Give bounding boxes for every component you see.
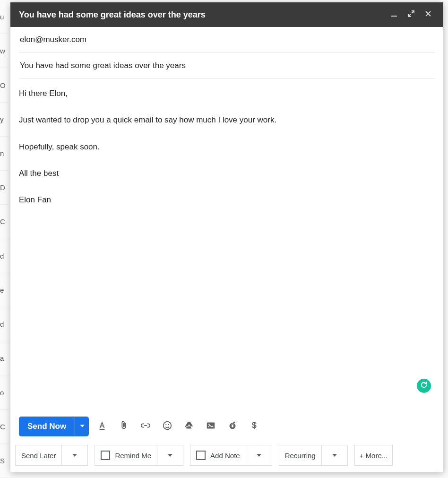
send-later-addon: Send Later [15, 445, 88, 466]
to-field-row [19, 27, 435, 53]
bg-row: u [0, 0, 9, 34]
add-note-button[interactable]: Add Note [190, 445, 246, 465]
checkbox-icon [196, 451, 206, 460]
svg-point-5 [165, 424, 166, 425]
svg-point-4 [164, 422, 172, 430]
send-dropdown-button[interactable] [75, 417, 89, 436]
svg-point-8 [208, 424, 209, 425]
body-line: Just wanted to drop you a quick email to… [19, 114, 435, 126]
checkbox-icon [101, 451, 110, 460]
close-button[interactable] [422, 8, 435, 21]
send-later-button[interactable]: Send Later [16, 445, 61, 465]
drive-button[interactable] [183, 421, 195, 432]
compose-titlebar: You have had some great ideas over the y… [10, 2, 443, 27]
text-format-icon [97, 420, 107, 433]
compose-toolbar: Send Now [10, 412, 443, 441]
recurring-addon: Recurring [279, 445, 348, 466]
bg-row: a [0, 341, 9, 375]
more-options-button[interactable] [401, 421, 411, 432]
remind-me-addon: Remind Me [95, 445, 183, 466]
add-note-addon: Add Note [190, 445, 272, 466]
emoji-button[interactable] [162, 421, 173, 432]
money-icon [249, 420, 259, 433]
bg-row: O [0, 68, 9, 102]
message-body[interactable]: Hi there Elon,Just wanted to drop you a … [10, 79, 443, 412]
bg-row: n [0, 137, 9, 171]
close-icon [424, 10, 432, 19]
text-format-button[interactable] [96, 421, 108, 432]
minimize-icon [390, 10, 398, 19]
caret-down-icon [168, 454, 172, 457]
recurring-button[interactable]: Recurring [279, 445, 321, 465]
send-later-label: Send Later [21, 452, 56, 460]
emoji-icon [162, 420, 172, 433]
money-button[interactable] [249, 421, 260, 432]
bg-row: w [0, 34, 9, 68]
caret-down-icon [72, 454, 77, 457]
bg-row: S [0, 444, 9, 478]
caret-down-icon [257, 454, 261, 457]
recurring-label: Recurring [285, 452, 316, 460]
fullscreen-button[interactable] [405, 8, 418, 21]
grammarly-icon [420, 381, 428, 391]
attach-icon [119, 420, 129, 433]
bg-row: C [0, 205, 9, 239]
confidential-button[interactable] [227, 421, 238, 432]
bg-row: o [0, 375, 9, 409]
svg-rect-7 [207, 423, 215, 429]
more-addons-button[interactable]: + More... [354, 445, 393, 466]
link-button[interactable] [140, 421, 151, 432]
link-icon [140, 420, 151, 433]
add-note-dropdown[interactable] [246, 445, 272, 465]
caret-down-icon [332, 454, 337, 457]
subject-field-row [19, 53, 435, 79]
more-addons-label: + More... [360, 452, 388, 460]
to-field[interactable] [19, 35, 437, 45]
recurring-dropdown[interactable] [321, 445, 347, 465]
minimize-button[interactable] [388, 8, 401, 21]
drive-icon [184, 420, 194, 433]
svg-point-6 [168, 424, 169, 425]
bg-row: e [0, 273, 9, 307]
send-later-dropdown[interactable] [61, 445, 87, 465]
body-line: Hi there Elon, [19, 87, 435, 100]
body-line: Hopefully, speak soon. [19, 141, 435, 153]
bg-row: d [0, 239, 9, 273]
discard-button[interactable] [422, 421, 432, 432]
send-button[interactable]: Send Now [19, 417, 75, 436]
grammarly-button[interactable] [417, 379, 431, 393]
compose-title: You have had some great ideas over the y… [19, 10, 384, 20]
photo-button[interactable] [205, 421, 216, 432]
remind-me-button[interactable]: Remind Me [95, 445, 157, 465]
addons-row: Send Later Remind Me Add Note Recurring … [10, 441, 443, 472]
attach-button[interactable] [118, 421, 129, 432]
svg-rect-10 [232, 425, 233, 427]
add-note-label: Add Note [210, 452, 240, 460]
photo-icon [206, 420, 216, 433]
subject-field[interactable] [19, 61, 437, 71]
remind-me-label: Remind Me [115, 452, 151, 460]
compose-window: You have had some great ideas over the y… [10, 2, 443, 472]
bg-row: y [0, 103, 9, 137]
body-line: Elon Fan [19, 194, 435, 206]
remind-me-dropdown[interactable] [157, 445, 183, 465]
bg-row: d [0, 307, 9, 341]
confidential-icon [227, 420, 238, 433]
expand-icon [407, 10, 415, 19]
bg-row: C [0, 410, 9, 444]
body-line: All the best [19, 167, 435, 180]
caret-down-icon [79, 423, 85, 430]
bg-row: D [0, 171, 9, 205]
